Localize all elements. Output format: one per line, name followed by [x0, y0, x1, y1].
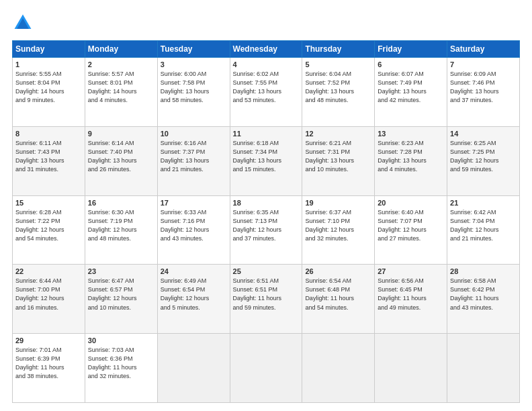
day-info: Sunrise: 6:04 AM Sunset: 7:52 PM Dayligh… — [305, 70, 371, 105]
day-info: Sunrise: 5:57 AM Sunset: 8:01 PM Dayligh… — [88, 70, 154, 105]
calendar-day-20: 20Sunrise: 6:40 AM Sunset: 7:07 PM Dayli… — [375, 195, 447, 265]
day-info: Sunrise: 6:49 AM Sunset: 6:54 PM Dayligh… — [161, 277, 227, 312]
calendar-empty — [230, 334, 302, 403]
calendar-day-30: 30Sunrise: 7:03 AM Sunset: 6:36 PM Dayli… — [85, 334, 157, 403]
calendar-day-21: 21Sunrise: 6:42 AM Sunset: 7:04 PM Dayli… — [447, 195, 520, 265]
calendar-day-1: 1Sunrise: 5:55 AM Sunset: 8:04 PM Daylig… — [13, 58, 85, 127]
calendar-day-17: 17Sunrise: 6:33 AM Sunset: 7:16 PM Dayli… — [157, 195, 230, 265]
day-info: Sunrise: 6:51 AM Sunset: 6:51 PM Dayligh… — [233, 277, 300, 312]
day-info: Sunrise: 6:25 AM Sunset: 7:25 PM Dayligh… — [450, 139, 517, 174]
calendar-day-27: 27Sunrise: 6:56 AM Sunset: 6:45 PM Dayli… — [375, 265, 447, 334]
calendar-day-19: 19Sunrise: 6:37 AM Sunset: 7:10 PM Dayli… — [302, 195, 375, 265]
day-info: Sunrise: 6:28 AM Sunset: 7:22 PM Dayligh… — [15, 208, 82, 243]
day-info: Sunrise: 7:03 AM Sunset: 6:36 PM Dayligh… — [88, 346, 154, 381]
calendar-day-28: 28Sunrise: 6:58 AM Sunset: 6:42 PM Dayli… — [447, 265, 520, 334]
day-number: 19 — [305, 199, 371, 207]
calendar-empty — [375, 334, 447, 403]
calendar-day-2: 2Sunrise: 5:57 AM Sunset: 8:01 PM Daylig… — [85, 58, 157, 127]
day-info: Sunrise: 6:07 AM Sunset: 7:49 PM Dayligh… — [378, 70, 444, 105]
day-number: 29 — [15, 336, 82, 345]
day-number: 12 — [305, 130, 371, 138]
day-header-friday: Friday — [375, 41, 447, 58]
calendar-day-29: 29Sunrise: 7:01 AM Sunset: 6:39 PM Dayli… — [13, 334, 85, 403]
header-row: SundayMondayTuesdayWednesdayThursdayFrid… — [13, 41, 520, 58]
day-number: 1 — [15, 60, 82, 68]
day-info: Sunrise: 6:44 AM Sunset: 7:00 PM Dayligh… — [15, 277, 82, 312]
calendar-day-5: 5Sunrise: 6:04 AM Sunset: 7:52 PM Daylig… — [302, 58, 375, 127]
day-number: 2 — [88, 60, 154, 68]
day-info: Sunrise: 6:18 AM Sunset: 7:34 PM Dayligh… — [233, 139, 300, 174]
calendar-table: SundayMondayTuesdayWednesdayThursdayFrid… — [12, 40, 520, 403]
calendar-day-23: 23Sunrise: 6:47 AM Sunset: 6:57 PM Dayli… — [85, 265, 157, 334]
day-info: Sunrise: 6:14 AM Sunset: 7:40 PM Dayligh… — [88, 139, 154, 174]
day-number: 7 — [450, 60, 517, 68]
day-info: Sunrise: 6:40 AM Sunset: 7:07 PM Dayligh… — [378, 208, 444, 243]
day-number: 8 — [15, 130, 82, 138]
day-info: Sunrise: 6:56 AM Sunset: 6:45 PM Dayligh… — [378, 277, 444, 312]
day-number: 23 — [88, 267, 154, 275]
day-number: 3 — [161, 60, 227, 68]
day-info: Sunrise: 5:55 AM Sunset: 8:04 PM Dayligh… — [15, 70, 82, 105]
calendar-day-25: 25Sunrise: 6:51 AM Sunset: 6:51 PM Dayli… — [230, 265, 302, 334]
day-info: Sunrise: 7:01 AM Sunset: 6:39 PM Dayligh… — [15, 346, 82, 381]
day-header-sunday: Sunday — [13, 41, 85, 58]
day-header-thursday: Thursday — [302, 41, 375, 58]
calendar-day-9: 9Sunrise: 6:14 AM Sunset: 7:40 PM Daylig… — [85, 126, 157, 195]
day-number: 28 — [450, 267, 517, 275]
day-info: Sunrise: 6:35 AM Sunset: 7:13 PM Dayligh… — [233, 208, 300, 243]
day-number: 18 — [233, 199, 300, 207]
calendar-day-15: 15Sunrise: 6:28 AM Sunset: 7:22 PM Dayli… — [13, 195, 85, 265]
day-info: Sunrise: 6:23 AM Sunset: 7:28 PM Dayligh… — [378, 139, 444, 174]
calendar-week-5: 29Sunrise: 7:01 AM Sunset: 6:39 PM Dayli… — [13, 334, 520, 403]
calendar-week-4: 22Sunrise: 6:44 AM Sunset: 7:00 PM Dayli… — [13, 265, 520, 334]
day-number: 24 — [161, 267, 227, 275]
calendar-day-7: 7Sunrise: 6:09 AM Sunset: 7:46 PM Daylig… — [447, 58, 520, 127]
calendar-empty — [302, 334, 375, 403]
logo-icon — [12, 12, 34, 34]
day-number: 26 — [305, 267, 371, 275]
page: SundayMondayTuesdayWednesdayThursdayFrid… — [0, 0, 532, 411]
day-number: 4 — [233, 60, 300, 68]
day-number: 14 — [450, 130, 517, 138]
calendar-day-4: 4Sunrise: 6:02 AM Sunset: 7:55 PM Daylig… — [230, 58, 302, 127]
calendar-day-6: 6Sunrise: 6:07 AM Sunset: 7:49 PM Daylig… — [375, 58, 447, 127]
calendar-day-24: 24Sunrise: 6:49 AM Sunset: 6:54 PM Dayli… — [157, 265, 230, 334]
day-info: Sunrise: 6:00 AM Sunset: 7:58 PM Dayligh… — [161, 70, 227, 105]
day-info: Sunrise: 6:11 AM Sunset: 7:43 PM Dayligh… — [15, 139, 82, 174]
day-number: 10 — [161, 130, 227, 138]
calendar-day-12: 12Sunrise: 6:21 AM Sunset: 7:31 PM Dayli… — [302, 126, 375, 195]
day-number: 17 — [161, 199, 227, 207]
calendar-day-13: 13Sunrise: 6:23 AM Sunset: 7:28 PM Dayli… — [375, 126, 447, 195]
logo — [12, 12, 38, 34]
day-header-monday: Monday — [85, 41, 157, 58]
day-info: Sunrise: 6:42 AM Sunset: 7:04 PM Dayligh… — [450, 208, 517, 243]
day-number: 5 — [305, 60, 371, 68]
calendar-day-11: 11Sunrise: 6:18 AM Sunset: 7:34 PM Dayli… — [230, 126, 302, 195]
calendar-week-1: 1Sunrise: 5:55 AM Sunset: 8:04 PM Daylig… — [13, 58, 520, 127]
day-number: 13 — [378, 130, 444, 138]
calendar-day-16: 16Sunrise: 6:30 AM Sunset: 7:19 PM Dayli… — [85, 195, 157, 265]
day-header-saturday: Saturday — [447, 41, 520, 58]
calendar-day-26: 26Sunrise: 6:54 AM Sunset: 6:48 PM Dayli… — [302, 265, 375, 334]
day-info: Sunrise: 6:37 AM Sunset: 7:10 PM Dayligh… — [305, 208, 371, 243]
calendar-week-3: 15Sunrise: 6:28 AM Sunset: 7:22 PM Dayli… — [13, 195, 520, 265]
day-number: 16 — [88, 199, 154, 207]
day-number: 6 — [378, 60, 444, 68]
day-number: 11 — [233, 130, 300, 138]
day-header-wednesday: Wednesday — [230, 41, 302, 58]
day-number: 30 — [88, 336, 154, 345]
day-info: Sunrise: 6:16 AM Sunset: 7:37 PM Dayligh… — [161, 139, 227, 174]
day-number: 25 — [233, 267, 300, 275]
calendar-day-3: 3Sunrise: 6:00 AM Sunset: 7:58 PM Daylig… — [157, 58, 230, 127]
day-number: 22 — [15, 267, 82, 275]
calendar-empty — [447, 334, 520, 403]
day-info: Sunrise: 6:33 AM Sunset: 7:16 PM Dayligh… — [161, 208, 227, 243]
calendar-day-10: 10Sunrise: 6:16 AM Sunset: 7:37 PM Dayli… — [157, 126, 230, 195]
calendar-day-22: 22Sunrise: 6:44 AM Sunset: 7:00 PM Dayli… — [13, 265, 85, 334]
day-info: Sunrise: 6:30 AM Sunset: 7:19 PM Dayligh… — [88, 208, 154, 243]
header — [12, 12, 520, 34]
day-info: Sunrise: 6:47 AM Sunset: 6:57 PM Dayligh… — [88, 277, 154, 312]
day-info: Sunrise: 6:54 AM Sunset: 6:48 PM Dayligh… — [305, 277, 371, 312]
day-number: 9 — [88, 130, 154, 138]
day-number: 27 — [378, 267, 444, 275]
